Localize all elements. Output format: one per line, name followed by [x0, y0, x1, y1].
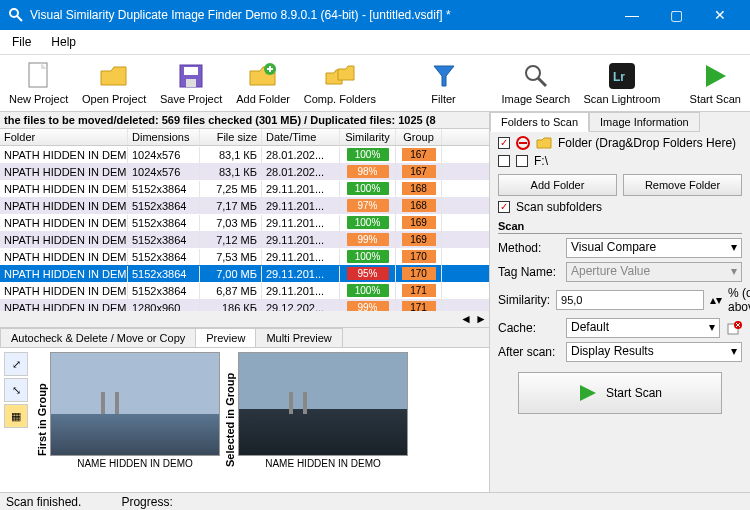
first-caption: NAME HIDDEN IN DEMO [77, 458, 193, 469]
first-in-group-label: First in Group [36, 352, 48, 488]
titlebar: Visual Similarity Duplicate Image Finder… [0, 0, 750, 30]
similarity-label: Similarity: [498, 293, 550, 307]
table-row[interactable]: NPATH HIDDEN IN DEMO5152x38647,53 МБ29.1… [0, 248, 489, 265]
status-text: Scan finished. [6, 495, 81, 509]
funnel-icon [429, 61, 459, 91]
col-group[interactable]: Group [396, 129, 442, 145]
maximize-button[interactable]: ▢ [654, 0, 698, 30]
start-scan-toolbar-button[interactable]: Start Scan [683, 59, 749, 107]
app-icon [8, 7, 24, 23]
play-icon [700, 61, 730, 91]
window-title: Visual Similarity Duplicate Image Finder… [30, 8, 610, 22]
add-folder-side-button[interactable]: Add Folder [498, 174, 617, 196]
svg-marker-14 [706, 65, 726, 87]
method-select[interactable]: Visual Compare▾ [566, 238, 742, 258]
table-row[interactable]: NPATH HIDDEN IN DEMO1280x960186 КБ29.12.… [0, 299, 489, 311]
similarity-suffix: % (or above) [728, 286, 750, 314]
preview-panel: ⤢ ⤡ ▦ First in Group NAME HIDDEN IN DEMO… [0, 347, 489, 492]
results-table: Folder Dimensions File size Date/Time Si… [0, 129, 489, 327]
tab-preview[interactable]: Preview [195, 328, 256, 347]
svg-point-0 [10, 9, 18, 17]
magnifier-icon [521, 61, 551, 91]
tab-multi-preview[interactable]: Multi Preview [255, 328, 342, 347]
add-folder-button[interactable]: Add Folder [229, 59, 297, 107]
scan-lightroom-button[interactable]: Lr Scan Lightroom [577, 59, 667, 107]
folder-checkbox-2b[interactable] [516, 155, 528, 167]
svg-point-10 [526, 66, 540, 80]
tag-select: Aperture Value▾ [566, 262, 742, 282]
svg-line-1 [17, 16, 22, 21]
tab-autocheck[interactable]: Autocheck & Delete / Move or Copy [0, 328, 196, 347]
table-row[interactable]: NPATH HIDDEN IN DEMO5152x38646,87 МБ29.1… [0, 282, 489, 299]
method-label: Method: [498, 241, 560, 255]
start-scan-button[interactable]: Start Scan [518, 372, 722, 414]
drive-label[interactable]: F:\ [534, 154, 548, 168]
expand-icon[interactable]: ⤢ [4, 352, 28, 376]
folder-checkbox-2[interactable] [498, 155, 510, 167]
col-similarity[interactable]: Similarity [340, 129, 396, 145]
comp-folders-button[interactable]: Comp. Folders [297, 59, 383, 107]
table-row[interactable]: NPATH HIDDEN IN DEMO5152x38647,12 МБ29.1… [0, 231, 489, 248]
remove-folder-button[interactable]: Remove Folder [623, 174, 742, 196]
save-project-button[interactable]: Save Project [153, 59, 229, 107]
toolbar: New Project Open Project Save Project Ad… [0, 55, 750, 112]
col-dimensions[interactable]: Dimensions [128, 129, 200, 145]
col-date[interactable]: Date/Time [262, 129, 340, 145]
image-search-button[interactable]: Image Search [495, 59, 577, 107]
table-row[interactable]: NPATH HIDDEN IN DEMO1024x57683,1 КБ28.01… [0, 146, 489, 163]
preview-tabs: Autocheck & Delete / Move or Copy Previe… [0, 327, 489, 347]
h-scrollbar[interactable]: ◄ ► [0, 311, 489, 327]
progress-label: Progress: [121, 495, 172, 509]
scroll-right-icon[interactable]: ► [475, 312, 487, 326]
folder-icon [536, 136, 552, 150]
svg-text:Lr: Lr [613, 70, 625, 84]
filter-button[interactable]: Filter [412, 59, 476, 107]
cache-label: Cache: [498, 321, 560, 335]
highlight-icon[interactable]: ▦ [4, 404, 28, 428]
similarity-input[interactable] [556, 290, 704, 310]
new-project-button[interactable]: New Project [2, 59, 75, 107]
table-row[interactable]: NPATH HIDDEN IN DEMO5152x38647,03 МБ29.1… [0, 214, 489, 231]
scan-subfolders-label: Scan subfolders [516, 200, 602, 214]
document-icon [24, 61, 54, 91]
minimize-button[interactable]: — [610, 0, 654, 30]
folder-plus-icon [248, 61, 278, 91]
after-scan-select[interactable]: Display Results▾ [566, 342, 742, 362]
spinner-icon[interactable]: ▴▾ [710, 293, 722, 307]
scroll-left-icon[interactable]: ◄ [460, 312, 472, 326]
col-folder[interactable]: Folder [0, 129, 128, 145]
folder-drag-hint: Folder (Drag&Drop Folders Here) [558, 136, 736, 150]
selected-in-group-label: Selected in Group [224, 352, 236, 488]
table-row[interactable]: NPATH HIDDEN IN DEMO5152x38647,25 МБ29.1… [0, 180, 489, 197]
table-row[interactable]: NPATH HIDDEN IN DEMO5152x38647,17 МБ29.1… [0, 197, 489, 214]
close-button[interactable]: ✕ [698, 0, 742, 30]
svg-rect-5 [184, 67, 198, 75]
scan-subfolders-checkbox[interactable] [498, 201, 510, 213]
first-thumbnail[interactable] [50, 352, 220, 456]
collapse-icon[interactable]: ⤡ [4, 378, 28, 402]
summary-strip: the files to be moved/deleted: 569 files… [0, 112, 489, 129]
tab-folders-to-scan[interactable]: Folders to Scan [490, 112, 589, 132]
no-entry-icon[interactable] [516, 136, 530, 150]
selected-thumbnail[interactable] [238, 352, 408, 456]
scan-section-header: Scan [498, 220, 742, 234]
folder-checkbox-1[interactable] [498, 137, 510, 149]
compare-folders-icon [325, 61, 355, 91]
statusbar: Scan finished. Progress: [0, 492, 750, 510]
svg-rect-6 [186, 79, 196, 87]
clear-cache-icon[interactable] [726, 320, 742, 336]
menu-file[interactable]: File [4, 32, 39, 52]
col-size[interactable]: File size [200, 129, 262, 145]
table-row[interactable]: NPATH HIDDEN IN DEMO1024x57683,1 КБ28.01… [0, 163, 489, 180]
save-icon [176, 61, 206, 91]
menu-help[interactable]: Help [43, 32, 84, 52]
table-row[interactable]: NPATH HIDDEN IN DEMO5152x38647,00 МБ29.1… [0, 265, 489, 282]
lightroom-icon: Lr [607, 61, 637, 91]
open-project-button[interactable]: Open Project [75, 59, 153, 107]
tag-label: Tag Name: [498, 265, 560, 279]
tab-image-information[interactable]: Image Information [589, 112, 700, 132]
cache-select[interactable]: Default▾ [566, 318, 720, 338]
svg-line-11 [538, 78, 546, 86]
folder-open-icon [99, 61, 129, 91]
selected-caption: NAME HIDDEN IN DEMO [265, 458, 381, 469]
